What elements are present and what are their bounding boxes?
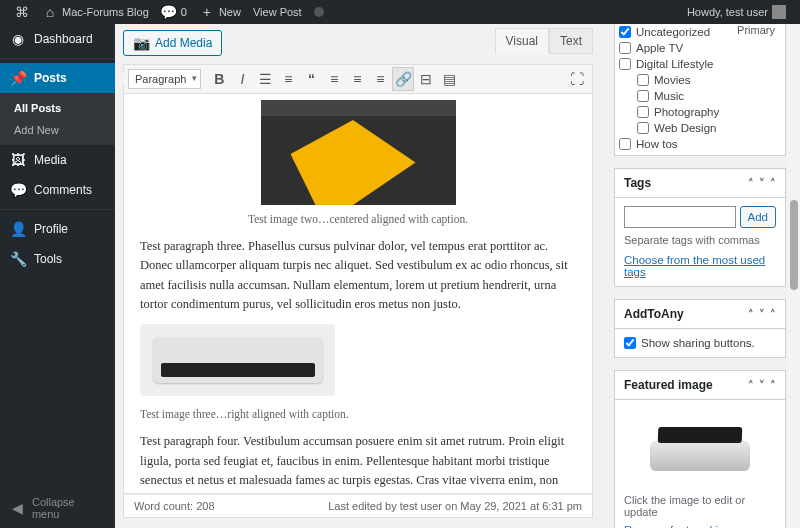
editor-status-bar: Word count: 208 Last edited by test user…: [123, 494, 593, 518]
site-title: Mac-Forums Blog: [62, 6, 149, 18]
add-media-button[interactable]: 📷Add Media: [123, 30, 222, 56]
site-menu[interactable]: ⌂Mac-Forums Blog: [36, 0, 155, 24]
profile-icon: 👤: [10, 221, 26, 237]
dashboard-icon: ◉: [10, 31, 26, 47]
new-label: New: [219, 6, 241, 18]
format-select[interactable]: Paragraph: [128, 69, 201, 89]
panel-down-icon[interactable]: ˅: [759, 379, 765, 392]
categories-panel: Primary UncategorizedApple TVDigital Lif…: [614, 24, 786, 156]
addtoany-title: AddToAny: [624, 307, 684, 321]
category-item[interactable]: Web Design: [619, 120, 779, 136]
align-right-button[interactable]: ≡: [369, 67, 391, 91]
menu-media[interactable]: 🖼Media: [0, 145, 115, 175]
admin-menu: ◉Dashboard 📌Posts All Posts Add New 🖼Med…: [0, 24, 115, 528]
editor-tabs: Visual Text: [495, 28, 593, 54]
caption-two: Test image two…centered aligned with cap…: [140, 211, 576, 229]
comment-count: 0: [181, 6, 187, 18]
featured-title: Featured image: [624, 378, 713, 392]
category-item[interactable]: Music: [619, 88, 779, 104]
menu-comments[interactable]: 💬Comments: [0, 175, 115, 205]
panel-toggle-icon[interactable]: ˄: [770, 379, 776, 392]
category-item[interactable]: Digital Lifestyle: [619, 56, 779, 72]
tags-panel: Tags˄˅˄ Add Separate tags with commas Ch…: [614, 168, 786, 287]
link-button[interactable]: 🔗: [392, 67, 414, 91]
image-two[interactable]: [261, 100, 456, 205]
submenu-add-new[interactable]: Add New: [0, 119, 115, 141]
comments-icon: 💬: [10, 182, 26, 198]
panel-down-icon[interactable]: ˅: [759, 308, 765, 321]
panel-up-icon[interactable]: ˄: [748, 308, 754, 321]
bold-button[interactable]: B: [208, 67, 230, 91]
media-icon: 📷: [133, 35, 150, 51]
content-area: 📷Add Media Visual Text Paragraph B I ☰ ≡…: [115, 24, 800, 528]
panel-toggle-icon[interactable]: ˄: [770, 308, 776, 321]
quote-button[interactable]: “: [300, 67, 322, 91]
menu-posts[interactable]: 📌Posts: [0, 63, 115, 93]
panel-down-icon[interactable]: ˅: [759, 177, 765, 190]
panel-toggle-icon[interactable]: ˄: [770, 177, 776, 190]
admin-bar: ⌘ ⌂Mac-Forums Blog 💬0 +New View Post How…: [0, 0, 800, 24]
yoast-indicator-icon: [314, 7, 324, 17]
more-button[interactable]: ⊟: [415, 67, 437, 91]
tags-title: Tags: [624, 176, 651, 190]
new-content-menu[interactable]: +New: [193, 0, 247, 24]
featured-hint: Click the image to edit or update: [624, 494, 776, 518]
wordpress-icon: ⌘: [14, 4, 30, 20]
paragraph-three: Test paragraph three. Phasellus cursus p…: [140, 237, 576, 315]
menu-profile[interactable]: 👤Profile: [0, 214, 115, 244]
category-item[interactable]: Movies: [619, 72, 779, 88]
panel-up-icon[interactable]: ˄: [748, 379, 754, 392]
menu-dashboard[interactable]: ◉Dashboard: [0, 24, 115, 54]
comments-menu[interactable]: 💬0: [155, 0, 193, 24]
category-item[interactable]: Apple TV: [619, 40, 779, 56]
fullscreen-button[interactable]: ⛶: [566, 67, 588, 91]
media-icon: 🖼: [10, 152, 26, 168]
paragraph-four: Test paragraph four. Vestibulum accumsan…: [140, 432, 576, 494]
wp-logo-menu[interactable]: ⌘: [8, 0, 36, 24]
menu-tools[interactable]: 🔧Tools: [0, 244, 115, 274]
align-left-button[interactable]: ≡: [323, 67, 345, 91]
home-icon: ⌂: [42, 4, 58, 20]
italic-button[interactable]: I: [231, 67, 253, 91]
featured-image-thumb[interactable]: [624, 408, 776, 488]
howdy-text: Howdy, test user: [687, 6, 768, 18]
collapse-icon: ◀: [10, 500, 26, 516]
collapse-button[interactable]: ◀Collapse menu: [0, 496, 115, 520]
last-edited: Last edited by test user on May 29, 2021…: [328, 500, 582, 512]
tab-visual[interactable]: Visual: [495, 28, 549, 54]
bullet-list-button[interactable]: ☰: [254, 67, 276, 91]
editor-content[interactable]: Test image two…centered aligned with cap…: [123, 94, 593, 494]
image-three[interactable]: [140, 324, 335, 396]
tab-text[interactable]: Text: [549, 28, 593, 54]
posts-submenu: All Posts Add New: [0, 93, 115, 145]
caption-three: Test image three…right aligned with capt…: [140, 406, 576, 424]
scroll-thumb[interactable]: [790, 200, 798, 290]
featured-image-panel: Featured image˄˅˄ Click the image to edi…: [614, 370, 786, 528]
category-item[interactable]: How tos: [619, 136, 779, 152]
show-sharing-checkbox[interactable]: Show sharing buttons.: [624, 337, 776, 349]
number-list-button[interactable]: ≡: [277, 67, 299, 91]
addtoany-panel: AddToAny˄˅˄ Show sharing buttons.: [614, 299, 786, 358]
category-list: Primary UncategorizedApple TVDigital Lif…: [615, 24, 785, 155]
submenu-all-posts[interactable]: All Posts: [0, 97, 115, 119]
toolbar-toggle-button[interactable]: ▤: [438, 67, 460, 91]
remove-featured-link[interactable]: Remove featured image: [624, 524, 747, 528]
add-tag-button[interactable]: Add: [740, 206, 776, 228]
align-center-button[interactable]: ≡: [346, 67, 368, 91]
user-menu[interactable]: Howdy, test user: [681, 0, 792, 24]
choose-tags-link[interactable]: Choose from the most used tags: [624, 254, 765, 278]
plus-icon: +: [199, 4, 215, 20]
view-post-link[interactable]: View Post: [247, 0, 308, 24]
vertical-scrollbar[interactable]: [788, 0, 800, 528]
tools-icon: 🔧: [10, 251, 26, 267]
tags-input[interactable]: [624, 206, 736, 228]
sidebar-column: Primary UncategorizedApple TVDigital Lif…: [614, 24, 786, 528]
posts-icon: 📌: [10, 70, 26, 86]
tags-hint: Separate tags with commas: [624, 234, 776, 246]
primary-label: Primary: [737, 24, 779, 36]
category-item[interactable]: Photography: [619, 104, 779, 120]
category-item[interactable]: Uncategorized: [619, 24, 737, 40]
yoast-menu[interactable]: [308, 0, 330, 24]
editor-toolbar: Paragraph B I ☰ ≡ “ ≡ ≡ ≡ 🔗 ⊟ ▤ ⛶: [123, 64, 593, 94]
panel-up-icon[interactable]: ˄: [748, 177, 754, 190]
